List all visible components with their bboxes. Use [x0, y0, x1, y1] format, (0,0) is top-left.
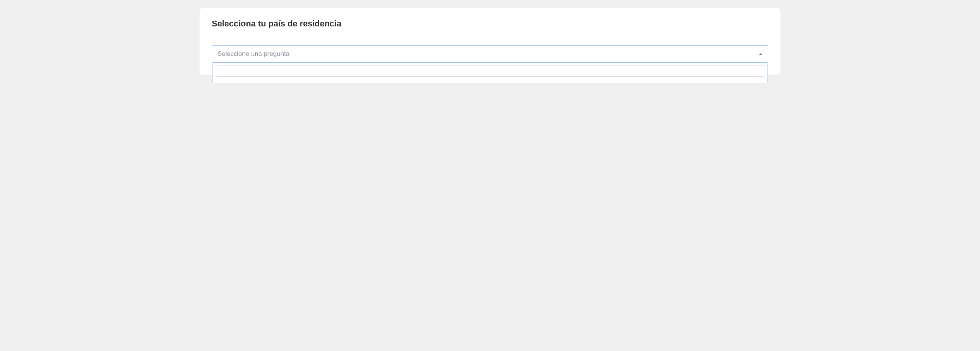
country-select[interactable]: Seleccione una pregunta Canadá Catar Cha… — [212, 45, 768, 63]
search-wrap — [212, 63, 768, 79]
search-input[interactable] — [215, 65, 765, 77]
page-title: Selecciona tu país de residencia — [212, 19, 768, 29]
dropdown-panel: Canadá Catar Chad Chile China Chipre Col… — [212, 63, 768, 83]
option-list: Canadá Catar Chad Chile China Chipre Col… — [212, 79, 768, 83]
option-canada[interactable]: Canadá — [212, 79, 768, 83]
form-card: Selecciona tu país de residencia Selecci… — [199, 8, 781, 75]
caret-up-icon — [759, 53, 763, 55]
select-placeholder: Seleccione una pregunta — [217, 50, 289, 58]
divider — [212, 36, 768, 36]
